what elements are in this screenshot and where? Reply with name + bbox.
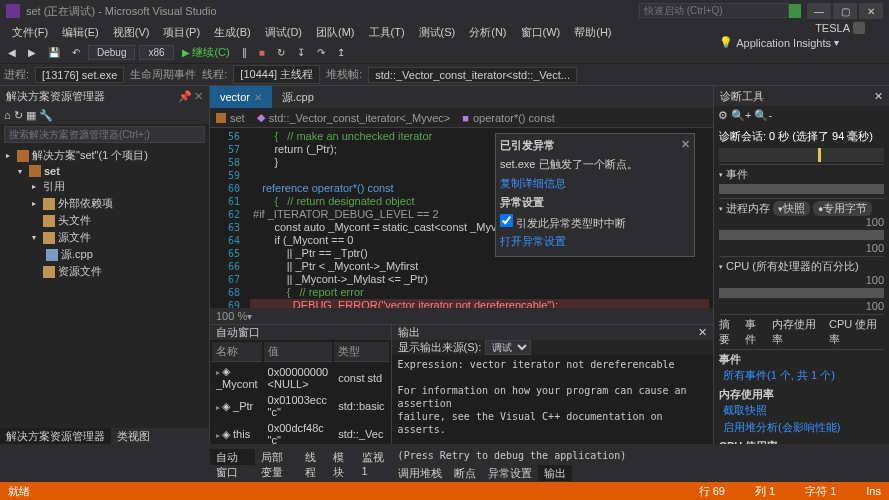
- tab-source-cpp[interactable]: 源.cpp: [272, 86, 324, 108]
- quick-launch-input[interactable]: [639, 3, 789, 18]
- pause-icon[interactable]: ‖: [238, 46, 251, 59]
- diag-cpu-header[interactable]: CPU (所有处理器的百分比): [726, 259, 859, 274]
- all-events-link[interactable]: 所有事件(1 个, 共 1 个): [723, 368, 835, 383]
- pin-icon[interactable]: 📌: [178, 90, 192, 103]
- platform-select[interactable]: x86: [139, 45, 173, 60]
- sources-node[interactable]: 源文件: [58, 230, 91, 245]
- stack-select[interactable]: std::_Vector_const_iterator<std::_Vect..…: [368, 67, 577, 83]
- tab-class-view[interactable]: 类视图: [111, 428, 156, 444]
- headers-node[interactable]: 头文件: [58, 213, 91, 228]
- nav-fwd-icon[interactable]: ▶: [24, 46, 40, 59]
- properties-icon[interactable]: 🔧: [39, 109, 53, 122]
- snapshot-pill[interactable]: ▾快照: [773, 201, 810, 216]
- nav-class[interactable]: ◆std::_Vector_const_iterator<_Myvec>: [257, 111, 451, 124]
- nav-member[interactable]: ■operator*() const: [462, 112, 555, 124]
- menu-item[interactable]: 窗口(W): [515, 23, 567, 42]
- process-select[interactable]: [13176] set.exe: [35, 67, 124, 83]
- diag-events-header[interactable]: 事件: [726, 167, 748, 182]
- maximize-button[interactable]: ▢: [833, 3, 857, 19]
- diag-tab-cpu[interactable]: CPU 使用率: [829, 317, 884, 347]
- minimize-button[interactable]: —: [807, 3, 831, 19]
- close-icon[interactable]: ✕: [874, 90, 883, 103]
- references-node[interactable]: 引用: [43, 179, 65, 194]
- solution-root[interactable]: 解决方案"set"(1 个项目): [32, 148, 148, 163]
- app-insights-button[interactable]: 💡 Application Insights ▾: [719, 36, 839, 49]
- menu-item[interactable]: 调试(D): [259, 23, 308, 42]
- diag-timeline[interactable]: [719, 148, 884, 162]
- tab-exception-settings[interactable]: 异常设置: [482, 465, 538, 481]
- output-text[interactable]: Expression: vector iterator not derefere…: [392, 355, 713, 465]
- close-icon[interactable]: ✕: [254, 92, 262, 103]
- exception-message: set.exe 已触发了一个断点。: [500, 157, 690, 172]
- step-into-icon[interactable]: ↧: [293, 46, 309, 59]
- stop-icon[interactable]: ■: [255, 46, 269, 59]
- resources-node[interactable]: 资源文件: [58, 264, 102, 279]
- home-icon[interactable]: ⌂: [4, 109, 11, 121]
- close-icon[interactable]: ✕: [698, 326, 707, 339]
- solution-tree[interactable]: ▸解决方案"set"(1 个项目) ▾set ▸引用 ▸外部依赖项 头文件 ▾源…: [0, 145, 209, 428]
- copy-details-link[interactable]: 复制详细信息: [500, 176, 690, 191]
- enable-heap-link[interactable]: 启用堆分析(会影响性能): [723, 420, 840, 435]
- autos-table[interactable]: 名称值类型 ▸◈ _Mycont0x00000000 <NULL>const s…: [210, 340, 391, 449]
- tab-vector[interactable]: vector✕: [210, 86, 272, 108]
- take-snapshot-link[interactable]: 截取快照: [723, 403, 767, 418]
- close-button[interactable]: ✕: [859, 3, 883, 19]
- tab-solution-explorer[interactable]: 解决方案资源管理器: [0, 428, 111, 444]
- nav-project[interactable]: set: [216, 112, 245, 124]
- close-icon[interactable]: ✕: [194, 90, 203, 103]
- tab-watch1[interactable]: 监视 1: [356, 449, 391, 465]
- menu-item[interactable]: 文件(F): [6, 23, 54, 42]
- nav-back-icon[interactable]: ◀: [4, 46, 20, 59]
- tab-output[interactable]: 输出: [538, 465, 572, 481]
- close-icon[interactable]: ✕: [681, 138, 690, 153]
- diag-zoom-out-icon[interactable]: 🔍-: [754, 109, 772, 122]
- exception-settings-label: 异常设置: [500, 196, 544, 208]
- menu-item[interactable]: 帮助(H): [568, 23, 617, 42]
- menu-item[interactable]: 视图(V): [107, 23, 156, 42]
- step-out-icon[interactable]: ↥: [333, 46, 349, 59]
- diag-zoom-in-icon[interactable]: 🔍+: [731, 109, 751, 122]
- diag-mem-header[interactable]: 进程内存: [726, 201, 770, 216]
- show-all-icon[interactable]: ▦: [26, 109, 36, 122]
- tab-modules[interactable]: 模块: [327, 449, 355, 465]
- source-file[interactable]: 源.cpp: [61, 247, 93, 262]
- private-bytes-pill[interactable]: ●专用字节: [813, 201, 872, 216]
- diag-tab-summary[interactable]: 摘要: [719, 317, 739, 347]
- menu-item[interactable]: 分析(N): [463, 23, 512, 42]
- thread-select[interactable]: [10444] 主线程: [233, 65, 320, 84]
- tab-autos[interactable]: 自动窗口: [210, 449, 255, 465]
- menu-item[interactable]: 工具(T): [363, 23, 411, 42]
- open-exception-settings-link[interactable]: 打开异常设置: [500, 234, 690, 249]
- project-node[interactable]: set: [44, 165, 60, 177]
- continue-button[interactable]: ▶ 继续(C): [178, 44, 234, 61]
- ext-deps-node[interactable]: 外部依赖项: [58, 196, 113, 211]
- output-from-label: 显示输出来源(S):: [398, 340, 482, 355]
- save-icon[interactable]: 💾: [44, 46, 64, 59]
- tab-locals[interactable]: 局部变量: [255, 449, 300, 465]
- menu-item[interactable]: 项目(P): [157, 23, 206, 42]
- zoom-indicator[interactable]: 100 % ▾: [210, 308, 713, 324]
- diag-tab-events[interactable]: 事件: [745, 317, 765, 347]
- menu-item[interactable]: 测试(S): [413, 23, 462, 42]
- feedback-icon[interactable]: [787, 4, 801, 18]
- restart-icon[interactable]: ↻: [273, 46, 289, 59]
- code-editor[interactable]: 5657585960616263646566676869707172737475…: [210, 128, 713, 308]
- diag-select-tool-icon[interactable]: ⚙: [718, 109, 728, 122]
- user-badge[interactable]: TESLA: [815, 22, 865, 34]
- output-source-select[interactable]: 调试: [485, 340, 531, 355]
- step-over-icon[interactable]: ↷: [313, 46, 329, 59]
- menu-item[interactable]: 编辑(E): [56, 23, 105, 42]
- tab-threads[interactable]: 线程: [299, 449, 327, 465]
- diag-tab-memory[interactable]: 内存使用率: [772, 317, 823, 347]
- undo-icon[interactable]: ↶: [68, 46, 84, 59]
- folder-icon: [43, 215, 55, 227]
- menu-item[interactable]: 团队(M): [310, 23, 361, 42]
- tab-breakpoints[interactable]: 断点: [448, 465, 482, 481]
- tab-callstack[interactable]: 调用堆栈: [392, 465, 448, 481]
- refresh-icon[interactable]: ↻: [14, 109, 23, 122]
- break-on-throw-checkbox[interactable]: [500, 214, 513, 227]
- lifecycle-label[interactable]: 生命周期事件: [130, 67, 196, 82]
- solution-search-input[interactable]: [4, 126, 205, 143]
- menu-item[interactable]: 生成(B): [208, 23, 257, 42]
- config-select[interactable]: Debug: [88, 45, 135, 60]
